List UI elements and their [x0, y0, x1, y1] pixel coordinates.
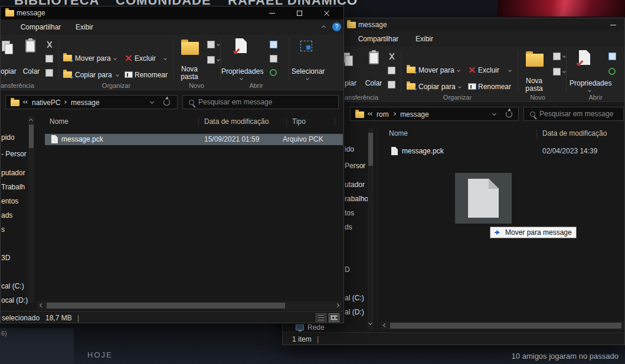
breadcrumb-separator-icon[interactable]	[63, 100, 67, 104]
refresh-icon[interactable]	[163, 99, 170, 106]
maximize-button[interactable]	[286, 6, 313, 19]
cut-icon[interactable]	[388, 53, 395, 60]
breadcrumb-overflow-icon[interactable]	[370, 112, 374, 116]
address-bar[interactable]: nativePC message	[5, 95, 178, 109]
new-item-icon[interactable]	[207, 41, 215, 48]
properties-button[interactable]: Propriedades	[221, 68, 263, 76]
collapse-ribbon-icon[interactable]	[322, 25, 326, 29]
properties-caret-icon[interactable]	[588, 88, 591, 92]
sidebar-item-fragment[interactable]: D	[345, 265, 350, 274]
address-bar[interactable]: rom message	[350, 107, 519, 121]
paste-shortcut-icon[interactable]	[45, 69, 53, 77]
tab-share[interactable]: Compartilhar	[17, 19, 64, 35]
horizontal-scrollbar-thumb[interactable]	[390, 323, 621, 329]
horizontal-scrollbar-thumb[interactable]	[47, 303, 285, 309]
sidebar-item-fragment[interactable]: cal (C:)	[1, 282, 24, 290]
minimize-button[interactable]	[258, 6, 286, 19]
open-icon[interactable]	[608, 53, 616, 60]
refresh-icon[interactable]	[506, 111, 512, 117]
history-icon[interactable]	[270, 69, 277, 76]
breadcrumb-current[interactable]: message	[400, 110, 429, 119]
file-row[interactable]: message.pck 02/04/2023 14:39	[381, 146, 620, 157]
cut-icon[interactable]	[45, 41, 53, 48]
delete-button[interactable]: Excluir	[478, 67, 508, 74]
help-button[interactable]: ?	[332, 22, 341, 31]
copy-path-icon[interactable]	[45, 55, 53, 63]
sidebar-item-fragment[interactable]: ds	[345, 223, 352, 231]
delete-caret-icon[interactable]	[163, 57, 167, 60]
breadcrumb-separator-icon[interactable]	[392, 112, 396, 116]
sidebar-item-fragment[interactable]: al (D:)	[345, 308, 364, 316]
sidebar-item-network[interactable]: Rede	[307, 323, 325, 332]
select-button[interactable]: Selecionar	[290, 68, 326, 76]
column-divider[interactable]	[536, 130, 537, 139]
file-row-selected[interactable]: message.pck 15/09/2021 01:59 Arquivo PCK	[45, 134, 343, 145]
sidebar-item-fragment[interactable]: putador	[1, 169, 25, 177]
column-divider[interactable]	[198, 118, 199, 127]
column-divider[interactable]	[335, 118, 335, 127]
sidebar-item-fragment[interactable]: utador	[345, 181, 365, 189]
breadcrumb-current[interactable]: message	[71, 99, 100, 107]
delete-button[interactable]: Excluir	[135, 55, 164, 63]
sidebar-item-fragment[interactable]: Persor	[345, 162, 365, 170]
new-item-caret-icon[interactable]	[217, 42, 220, 46]
sidebar-item-fragment[interactable]: - Persor	[1, 150, 27, 158]
copy-to-button[interactable]: Copiar para	[418, 83, 460, 91]
tab-view[interactable]: Exibir	[69, 19, 100, 35]
column-header-modified[interactable]: Data de modificação	[542, 129, 607, 137]
select-caret-icon[interactable]	[306, 77, 309, 80]
tab-share[interactable]: Compartilhar	[355, 31, 402, 47]
new-folder-button[interactable]: Nova pasta	[175, 65, 204, 81]
breadcrumb-overflow-icon[interactable]	[25, 100, 29, 104]
copy-path-icon[interactable]	[388, 67, 395, 74]
open-icon[interactable]	[270, 41, 277, 48]
address-dropdown-icon[interactable]	[150, 100, 154, 104]
history-icon[interactable]	[608, 68, 616, 75]
easy-access-icon[interactable]	[553, 68, 561, 76]
edit-icon[interactable]	[270, 55, 277, 63]
sidebar-item-fragment[interactable]: al (C:)	[345, 294, 364, 302]
new-folder-button[interactable]: Nova pasta	[520, 77, 548, 93]
column-header-modified[interactable]: Data de modificação	[204, 117, 269, 126]
move-to-button[interactable]: Mover para	[75, 55, 116, 63]
search-box[interactable]	[523, 107, 624, 121]
sidebar-item-fragment[interactable]: ads	[1, 211, 12, 219]
copy-to-caret-icon[interactable]	[116, 73, 119, 77]
search-box[interactable]	[182, 95, 339, 109]
rename-button[interactable]: Renomear	[478, 83, 513, 91]
column-header-name[interactable]: Nome	[50, 117, 68, 126]
new-item-icon[interactable]	[553, 53, 561, 60]
sidebar-scrollbar-thumb[interactable]	[368, 133, 373, 166]
sidebar-item-fragment[interactable]: ocal (D:)	[1, 296, 28, 304]
easy-access-caret-icon[interactable]	[562, 70, 566, 73]
address-dropdown-icon[interactable]	[492, 112, 496, 116]
column-header-name[interactable]: Nome	[389, 129, 408, 137]
sidebar-item-fragment[interactable]: ido	[345, 145, 354, 153]
copy-to-button[interactable]: Copiar para	[75, 71, 116, 79]
sidebar-scrollbar-thumb[interactable]	[29, 124, 34, 148]
thumbnail-view-button[interactable]	[329, 313, 339, 322]
search-input[interactable]	[198, 97, 336, 107]
delete-caret-icon[interactable]	[508, 68, 512, 72]
search-input[interactable]	[539, 109, 621, 119]
breadcrumb-root[interactable]: nativePC	[32, 99, 61, 107]
titlebar[interactable]: message	[1, 6, 343, 19]
breadcrumb-root[interactable]: rom	[377, 110, 389, 119]
sidebar-item-fragment[interactable]: rabalho	[345, 195, 368, 203]
move-to-button[interactable]: Mover para	[418, 67, 460, 74]
column-header-type[interactable]: Tipo	[292, 117, 306, 126]
paste-button[interactable]: Colar	[18, 68, 44, 76]
details-view-button[interactable]	[316, 313, 326, 322]
sidebar-item-fragment[interactable]: entos	[1, 197, 18, 205]
easy-access-icon[interactable]	[207, 56, 215, 64]
sidebar-item-fragment[interactable]: 3D	[1, 254, 10, 262]
new-item-caret-icon[interactable]	[562, 54, 566, 58]
sidebar-item-fragment[interactable]: Trabalh	[1, 183, 25, 191]
paste-shortcut-icon[interactable]	[388, 81, 395, 88]
paste-button[interactable]: Colar	[361, 80, 387, 87]
easy-access-caret-icon[interactable]	[217, 58, 220, 61]
rename-button[interactable]: Renomear	[135, 71, 170, 79]
properties-caret-icon[interactable]	[240, 77, 243, 80]
minimize-button[interactable]	[601, 18, 625, 31]
properties-button[interactable]: Propriedades	[570, 80, 611, 87]
